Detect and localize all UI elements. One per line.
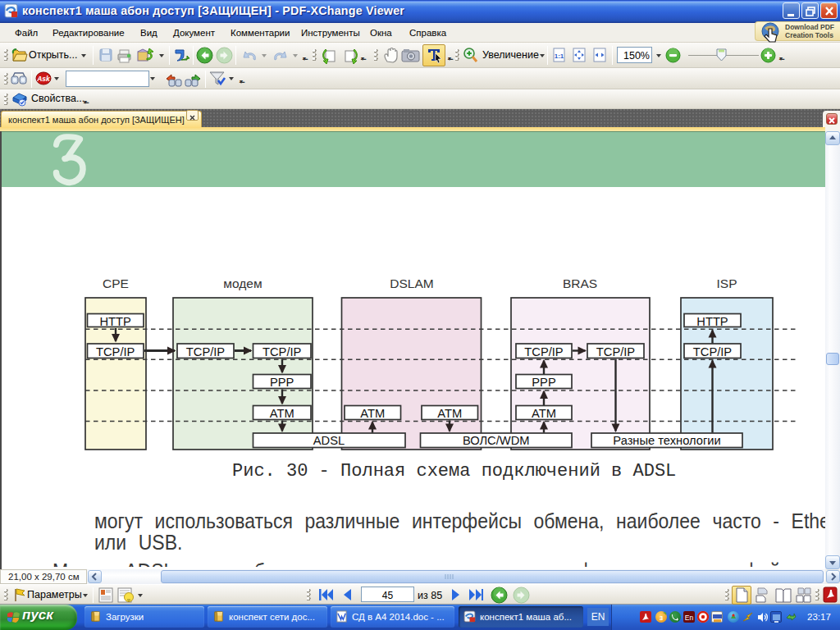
svg-text:ATM: ATM xyxy=(360,407,385,420)
svg-text:ATM: ATM xyxy=(437,407,462,420)
svg-text:BRAS: BRAS xyxy=(563,276,597,290)
svg-text:ISP: ISP xyxy=(717,276,737,290)
svg-text:ADSL: ADSL xyxy=(313,434,345,447)
svg-text:Ask: Ask xyxy=(36,75,51,83)
svg-text:PPP: PPP xyxy=(532,376,556,389)
svg-text:ATM: ATM xyxy=(532,407,556,420)
svg-text:TCP/IP: TCP/IP xyxy=(693,345,733,358)
svg-text:ATM: ATM xyxy=(270,407,294,420)
svg-text:TCP/IP: TCP/IP xyxy=(262,345,302,358)
svg-text:ВОЛС/WDM: ВОЛС/WDM xyxy=(463,434,530,447)
svg-text:CPE: CPE xyxy=(103,276,129,290)
svg-text:PPP: PPP xyxy=(270,376,294,389)
svg-text:En: En xyxy=(685,614,694,622)
svg-text:TCP/IP: TCP/IP xyxy=(524,345,564,358)
svg-text:TCP/IP: TCP/IP xyxy=(96,345,135,358)
svg-text:HTTP: HTTP xyxy=(100,315,132,328)
svg-text:DSLAM: DSLAM xyxy=(390,276,433,290)
svg-text:TCP/IP: TCP/IP xyxy=(596,345,636,358)
svg-text:Разные технологии: Разные технологии xyxy=(613,434,720,447)
svg-text:TCP/IP: TCP/IP xyxy=(186,345,226,358)
svg-text:модем: модем xyxy=(223,276,262,290)
svg-text:3: 3 xyxy=(660,614,664,622)
svg-text:1:1: 1:1 xyxy=(555,52,564,60)
svg-text:HTTP: HTTP xyxy=(696,315,728,328)
